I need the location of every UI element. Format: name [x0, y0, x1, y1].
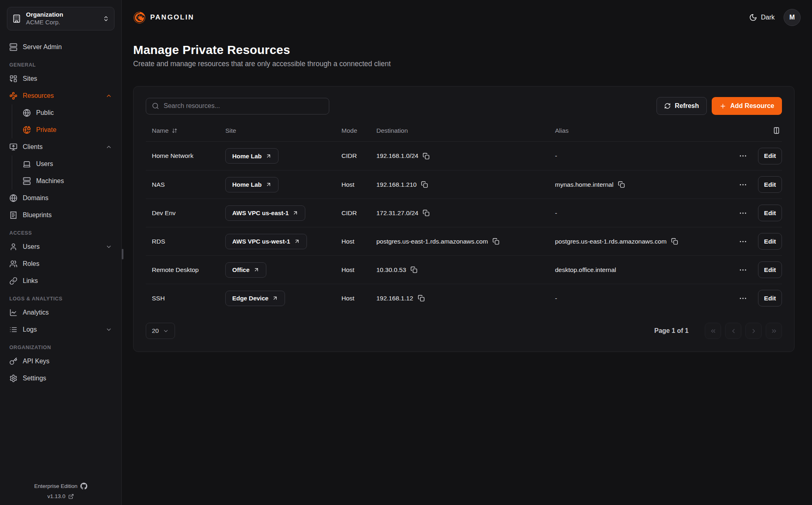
row-menu-button[interactable] [739, 209, 747, 217]
cell-actions: Edit [701, 205, 782, 221]
edit-button[interactable]: Edit [758, 261, 782, 278]
cell-mode: Host [341, 238, 376, 245]
table-row: RDSAWS VPC us-west-1Hostpostgres.us-east… [146, 227, 782, 255]
site-link[interactable]: AWS VPC us-east-1 [225, 205, 305, 221]
cell-name: SSH [152, 295, 225, 302]
page-status: Page 1 of 1 [654, 327, 689, 335]
row-menu-button[interactable] [739, 237, 747, 246]
copy-button[interactable] [492, 238, 499, 245]
sidebar-item-users[interactable]: Users [20, 155, 114, 173]
section-label-organization: ORGANIZATION [7, 345, 114, 350]
copy-button[interactable] [618, 181, 625, 188]
org-selector[interactable]: Organization ACME Corp. [7, 7, 114, 30]
copy-button[interactable] [671, 238, 678, 245]
copy-button[interactable] [410, 266, 417, 273]
version-row[interactable]: v1.13.0 [0, 493, 121, 499]
gear-icon [9, 374, 17, 382]
server-icon [9, 43, 17, 51]
key-icon [9, 357, 17, 365]
toolbar-actions: Refresh Add Resource [657, 97, 782, 115]
theme-toggle[interactable]: Dark [749, 13, 775, 22]
sidebar-item-blueprints[interactable]: Blueprints [7, 207, 114, 224]
org-label: Organization [26, 11, 98, 19]
sidebar-item-analytics[interactable]: Analytics [7, 304, 114, 321]
sidebar-item-links[interactable]: Links [7, 272, 114, 289]
sidebar-item-label: Settings [23, 375, 112, 382]
chevron-right-button[interactable] [745, 323, 762, 339]
monitor-up-icon [9, 143, 17, 151]
sidebar-scrollbar[interactable] [122, 249, 123, 259]
sidebar-item-label: Users [36, 160, 112, 168]
table-row: Remote DesktopOfficeHost10.30.0.53deskto… [146, 255, 782, 284]
site-link[interactable]: Home Lab [225, 148, 279, 164]
main: PANGOLIN Dark M Manage Private Resources… [122, 0, 812, 505]
chevron-left-button[interactable] [725, 323, 741, 339]
site-link[interactable]: Office [225, 262, 266, 278]
cell-alias: mynas.home.internal [555, 181, 701, 188]
sidebar-item-label: Links [23, 277, 112, 285]
search-input[interactable] [164, 102, 323, 110]
copy-button[interactable] [423, 153, 430, 160]
row-menu-button[interactable] [739, 152, 747, 160]
sidebar-item-server-admin[interactable]: Server Admin [7, 39, 114, 56]
sidebar-item-label: Clients [23, 143, 100, 151]
search-icon [152, 102, 159, 110]
sidebar-item-settings[interactable]: Settings [7, 370, 114, 387]
edit-button[interactable]: Edit [758, 205, 782, 221]
edit-button[interactable]: Edit [758, 233, 782, 250]
edit-button[interactable]: Edit [758, 148, 782, 164]
copy-button[interactable] [418, 295, 425, 302]
row-menu-button[interactable] [739, 266, 747, 274]
chevrons-right-button[interactable] [766, 323, 782, 339]
row-menu-button[interactable] [739, 181, 747, 189]
add-resource-button[interactable]: Add Resource [712, 97, 782, 115]
sidebar-item-domains[interactable]: Domains [7, 190, 114, 207]
sidebar-item-clients[interactable]: Clients [7, 138, 114, 155]
waypoints-icon [9, 92, 17, 100]
sidebar-item-label: Public [36, 109, 112, 117]
sidebar-item-logs[interactable]: Logs [7, 321, 114, 338]
page-size-select[interactable]: 20 [146, 323, 175, 339]
site-link[interactable]: Home Lab [225, 177, 279, 192]
cell-mode: CIDR [341, 209, 376, 217]
sidebar-item-machines[interactable]: Machines [20, 173, 114, 190]
refresh-label: Refresh [675, 102, 699, 110]
edit-button[interactable]: Edit [758, 176, 782, 193]
copy-button[interactable] [421, 181, 428, 188]
edition-row[interactable]: Enterprise Edition [0, 483, 121, 490]
row-menu-button[interactable] [739, 294, 747, 302]
users-icon [9, 260, 17, 268]
app-root: Organization ACME Corp. Server AdminGENE… [0, 0, 812, 505]
sidebar-item-api-keys[interactable]: API Keys [7, 353, 114, 370]
avatar[interactable]: M [784, 9, 801, 26]
cell-actions: Edit [701, 148, 782, 164]
search-box [146, 98, 329, 114]
sidebar-item-private[interactable]: Private [20, 121, 114, 138]
sidebar-item-public[interactable]: Public [20, 104, 114, 121]
arrow-up-down-icon[interactable] [172, 128, 177, 134]
combine-icon [9, 75, 17, 83]
column-toggle-button[interactable] [701, 127, 782, 134]
site-link[interactable]: AWS VPC us-west-1 [225, 234, 307, 249]
chevrons-left-button[interactable] [705, 323, 721, 339]
arrow-up-right-icon [253, 267, 259, 273]
cell-actions: Edit [701, 233, 782, 250]
resources-card: Refresh Add Resource NameSiteModeDestina… [133, 86, 795, 352]
cell-site: AWS VPC us-west-1 [225, 234, 341, 249]
edit-button[interactable]: Edit [758, 290, 782, 306]
site-link[interactable]: Edge Device [225, 291, 285, 306]
org-texts: Organization ACME Corp. [26, 11, 98, 26]
building-icon [12, 14, 21, 23]
version-label: v1.13.0 [48, 493, 65, 499]
sidebar-item-sites[interactable]: Sites [7, 70, 114, 87]
chevron-down-icon [163, 328, 169, 334]
sidebar-item-roles[interactable]: Roles [7, 255, 114, 272]
sidebar-item-resources[interactable]: Resources [7, 87, 114, 104]
column-header-name[interactable]: Name [152, 127, 225, 134]
refresh-button[interactable]: Refresh [657, 97, 707, 115]
cell-alias: - [555, 209, 701, 217]
copy-button[interactable] [423, 209, 430, 216]
sidebar-item-users[interactable]: Users [7, 238, 114, 255]
cell-name: Remote Desktop [152, 266, 225, 274]
refresh-icon [664, 103, 671, 109]
